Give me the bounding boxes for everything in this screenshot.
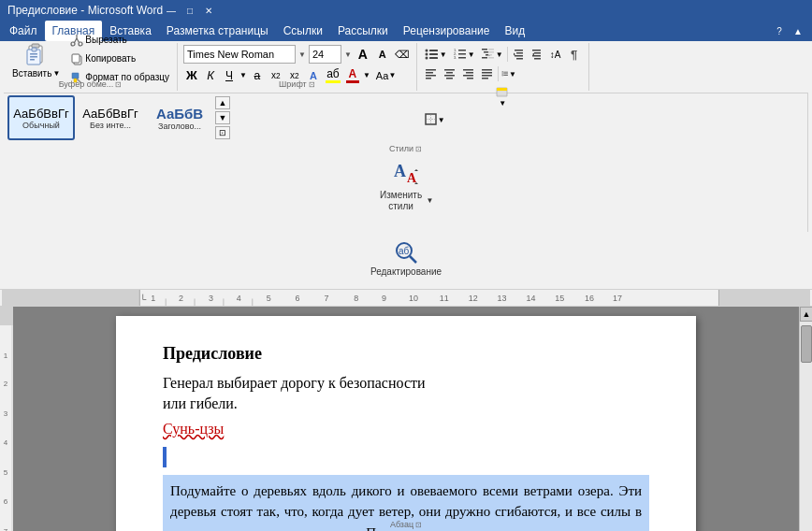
multilevel-icon [481,47,496,62]
left-ruler-svg: 1 2 3 4 5 6 7 8 9 [0,307,13,531]
svg-text:4: 4 [4,438,8,447]
vertical-scrollbar[interactable]: ▲ ▼ [799,307,812,531]
document-author: Сунь-цзы [163,421,649,438]
scroll-thumb[interactable] [801,325,812,363]
svg-rect-84 [718,290,810,306]
menu-mailing[interactable]: Рассылки [330,21,396,41]
copy-button[interactable]: Копировать [66,50,173,67]
svg-rect-27 [458,50,466,51]
multilevel-list-button[interactable]: ▼ [479,45,505,64]
svg-text:3.: 3. [454,55,457,60]
font-dialog-icon[interactable]: ⊡ [309,80,315,89]
svg-rect-63 [482,72,492,74]
editing-label: Редактирование [370,266,442,277]
justify-icon [481,67,494,80]
show-marks-button[interactable]: ¶ [566,46,583,63]
svg-rect-58 [463,69,473,71]
bullets-button[interactable]: ▼ [423,45,449,64]
clipboard-dialog-icon[interactable]: ⊡ [115,80,122,89]
sort-button[interactable]: ↕A [547,46,564,63]
svg-rect-53 [426,78,431,79]
svg-line-13 [77,38,80,43]
clear-format-button[interactable]: ⌫ [394,46,411,63]
styles-scroll-up-button[interactable]: ▲ [215,96,230,109]
menu-review[interactable]: Рецензирование [396,21,498,41]
justify-button[interactable] [479,65,496,82]
help-button[interactable]: ? [771,23,788,38]
numbering-button[interactable]: 1. 2. 3. ▼ [451,45,477,64]
svg-rect-37 [488,51,494,53]
change-styles-button[interactable]: A A Изменить стили ▼ [371,157,441,217]
svg-rect-1 [32,44,39,48]
increase-indent-icon [530,48,544,61]
svg-rect-23 [429,53,438,55]
svg-rect-8 [30,56,37,58]
svg-rect-66 [503,72,508,73]
styles-more-button[interactable]: ⊡ [215,126,230,139]
svg-rect-35 [482,57,487,59]
menu-layout[interactable]: Разметка страницы [159,21,276,41]
cursor-line [163,447,649,471]
paste-button[interactable]: Вставить ▼ [7,39,65,81]
svg-text:11: 11 [440,294,449,303]
change-styles-dropdown[interactable]: ▼ [427,196,434,206]
font-shrink-button[interactable]: A [374,46,391,63]
document-page[interactable]: Предисловие Генерал выбирает дорогу к бе… [116,316,696,531]
line-spacing-button[interactable]: ▼ [500,65,517,82]
styles-dialog-icon[interactable]: ⊡ [415,145,422,153]
align-left-button[interactable] [423,65,440,82]
svg-rect-59 [466,72,473,74]
title-bar: Предисловие - Microsoft Word — □ ✕ [0,0,812,21]
svg-text:5: 5 [4,468,8,477]
style-nospacing-preview: АаБбВвГг [82,107,138,121]
style-heading1-button[interactable]: АаБбВ Заголово... [146,95,213,140]
align-right-button[interactable] [460,65,477,82]
svg-rect-6 [32,48,36,51]
document-container[interactable]: Предисловие Генерал выбирает дорогу к бе… [13,307,799,531]
style-normal-button[interactable]: АаБбВвГг Обычный [7,95,75,140]
scroll-up-button[interactable]: ▲ [800,307,812,322]
underline-dropdown[interactable]: ▼ [239,71,247,79]
font-color-dropdown[interactable]: ▼ [363,71,370,79]
menu-links[interactable]: Ссылки [276,21,330,41]
svg-text:3: 3 [4,409,8,418]
svg-rect-32 [482,49,487,50]
svg-rect-46 [534,52,541,54]
font-grow-button[interactable]: A [355,46,371,63]
maximize-button[interactable]: □ [181,3,198,18]
cut-button[interactable]: Вырезать [66,32,173,49]
close-button[interactable]: ✕ [200,3,217,18]
para-dialog-icon[interactable]: ⊡ [415,521,422,529]
ribbon-minimize-button[interactable]: ▲ [790,23,806,38]
svg-text:1: 1 [4,352,8,360]
editing-button[interactable]: аб Редактирование [364,234,448,281]
increase-indent-button[interactable] [529,46,545,63]
align-right-icon [462,67,475,80]
align-center-button[interactable] [442,65,458,82]
svg-rect-54 [444,69,455,71]
svg-text:A: A [394,162,406,180]
menu-file[interactable]: Файл [2,21,45,41]
styles-scroll-down-button[interactable]: ▼ [215,111,230,124]
font-group-label: Шрифт [279,79,307,89]
paste-dropdown-icon[interactable]: ▼ [52,69,60,78]
minimize-button[interactable]: — [163,3,180,18]
svg-rect-62 [482,69,492,71]
cut-icon [70,34,83,47]
style-normal-label: Обычный [22,121,60,130]
style-nospacing-button[interactable]: АаБбВвГг Без инте... [77,95,144,140]
font-size-input[interactable] [309,45,341,64]
svg-rect-50 [426,69,436,71]
svg-text:13: 13 [498,294,507,303]
copy-label: Копировать [85,53,136,64]
svg-rect-57 [446,78,453,79]
document-heading: Предисловие [163,344,649,364]
svg-rect-83 [2,290,139,306]
font-size-dropdown-icon[interactable]: ▼ [344,50,352,59]
decrease-indent-button[interactable] [510,46,527,63]
svg-text:4: 4 [237,294,241,303]
font-name-input[interactable] [183,45,296,64]
font-name-dropdown-icon[interactable]: ▼ [298,50,306,59]
svg-point-24 [425,57,428,60]
menu-view[interactable]: Вид [497,21,532,41]
